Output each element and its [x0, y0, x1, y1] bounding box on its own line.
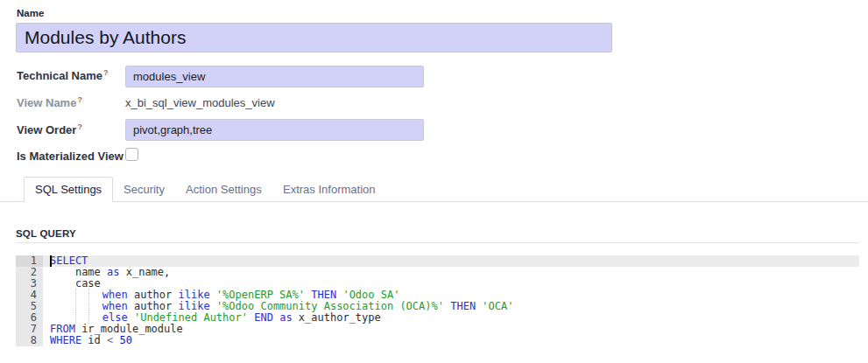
help-icon: ? — [77, 95, 82, 104]
code-token-sp — [50, 289, 75, 301]
code-token-num: 50 — [120, 334, 132, 346]
code-line: 2 name as x_name, — [16, 267, 859, 278]
code-line-content: FROM ir_module_module — [43, 324, 859, 335]
code-line-content: name as x_name, — [43, 267, 859, 278]
code-token-kw: FROM — [50, 323, 75, 335]
code-token-pl — [210, 289, 216, 301]
code-token-ig — [75, 289, 88, 301]
line-number: 2 — [16, 267, 43, 278]
tab-extras-information[interactable]: Extras Information — [272, 177, 386, 202]
code-line: 7FROM ir_module_module — [16, 324, 859, 335]
code-token-kw: THEN — [450, 300, 476, 312]
code-token-kw: when — [102, 300, 128, 312]
code-line: 8WHERE id < 50 — [16, 335, 859, 346]
code-token-sp — [50, 266, 75, 278]
view-order-label: View Order? — [17, 122, 82, 136]
code-token-sp — [50, 277, 75, 290]
line-number: 8 — [16, 335, 43, 346]
code-token-ig — [88, 311, 102, 324]
code-token-pl — [210, 300, 216, 312]
help-icon: ? — [103, 68, 109, 77]
code-token-pl: id — [81, 334, 107, 346]
code-token-pl — [113, 334, 119, 346]
is-materialized-view-label: Is Materialized View — [17, 150, 123, 163]
code-token-str: 'Odoo SA' — [342, 289, 399, 301]
code-token-str: '%Odoo Community Association (OCA)%' — [216, 300, 444, 312]
code-token-kw: as — [107, 266, 119, 278]
code-token-kw: when — [102, 289, 128, 301]
is-materialized-view-checkbox[interactable] — [125, 148, 138, 161]
code-token-sp — [50, 311, 75, 324]
code-token-pl: author — [128, 289, 179, 301]
view-name-label: View Name? — [17, 95, 82, 109]
line-number: 1 — [16, 255, 43, 267]
view-order-label-text: View Order — [17, 123, 76, 136]
line-number: 5 — [16, 301, 43, 312]
code-token-pl: name — [75, 266, 107, 278]
code-token-str: 'OCA' — [482, 300, 513, 312]
code-token-ig — [88, 289, 102, 301]
line-number: 4 — [16, 290, 43, 301]
code-token-ig — [75, 311, 88, 324]
code-token-kw: as — [279, 311, 292, 324]
code-token-kw: END — [254, 311, 273, 324]
bi-sql-view-form: Name Technical Name? View Name? x_bi_sql… — [0, 0, 868, 363]
line-number: 3 — [16, 278, 43, 290]
code-token-kw: SELECT — [50, 255, 88, 267]
code-token-kw: else — [102, 311, 128, 324]
view-name-label-text: View Name — [17, 96, 76, 109]
code-token-kw: WHERE — [50, 334, 81, 346]
code-token-str: '%OpenERP SA%' — [216, 289, 305, 301]
code-token-pl: x_name, — [119, 266, 170, 278]
code-token-pl — [128, 311, 134, 324]
code-token-pl: ir_module_module — [75, 323, 183, 335]
sql-query-section-title: SQL QUERY — [16, 228, 76, 239]
tab-action-settings[interactable]: Action Settings — [175, 177, 272, 202]
code-token-ig — [88, 300, 102, 312]
code-token-kw: ilike — [179, 300, 210, 312]
code-token-ig — [75, 300, 88, 312]
name-input[interactable] — [16, 23, 612, 52]
technical-name-label: Technical Name? — [17, 68, 109, 82]
line-number: 7 — [16, 324, 43, 335]
code-token-kw: THEN — [311, 289, 336, 301]
is-materialized-view-label-text: Is Materialized View — [17, 150, 123, 163]
code-token-pl: case — [75, 277, 101, 290]
tab-sql-settings[interactable]: SQL Settings — [24, 177, 113, 202]
code-token-pl: author — [128, 300, 179, 312]
tab-security[interactable]: Security — [113, 177, 175, 202]
notebook-tabs: SQL SettingsSecurityAction SettingsExtra… — [0, 177, 868, 202]
code-token-kw: ilike — [179, 289, 210, 301]
line-number: 6 — [16, 312, 43, 324]
view-order-input[interactable] — [125, 119, 424, 141]
code-line-content: WHERE id < 50 — [43, 335, 859, 346]
name-field-label: Name — [17, 8, 44, 18]
help-icon: ? — [77, 122, 82, 131]
view-name-value: x_bi_sql_view_modules_view — [125, 96, 275, 109]
sql-query-divider — [16, 242, 858, 243]
code-token-str: 'Undefined Author' — [134, 311, 248, 324]
code-token-pl: x_author_type — [293, 311, 381, 324]
technical-name-label-text: Technical Name — [17, 69, 102, 82]
code-token-sp — [50, 300, 75, 312]
technical-name-input[interactable] — [125, 66, 424, 87]
sql-code-editor[interactable]: 1SELECT2 name as x_name,3 case4 when aut… — [16, 255, 859, 363]
